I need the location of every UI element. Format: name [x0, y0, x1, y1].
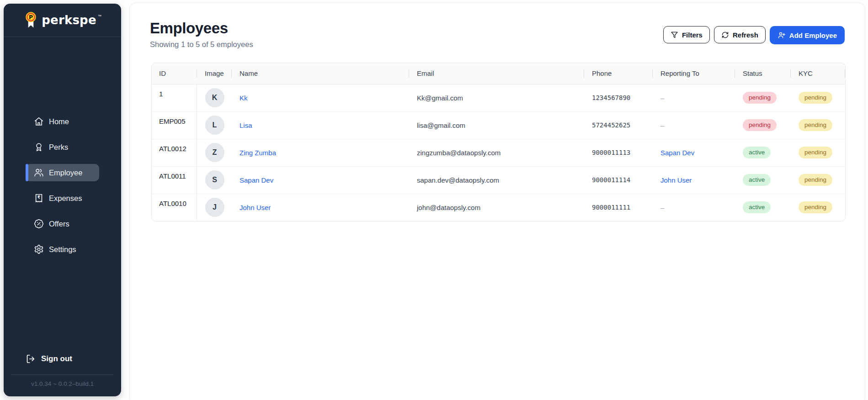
sidebar-item-home[interactable]: Home [26, 113, 99, 130]
table-row[interactable]: 1 K Kk Kk@gmail.com 1234567890 – pending… [152, 84, 845, 111]
sidebar-item-offers[interactable]: Offers [26, 215, 99, 232]
status-badge: active [743, 201, 771, 213]
column-header-status: Status [735, 63, 790, 84]
nav-item-label: Home [49, 117, 69, 126]
page-title: Employees [150, 20, 253, 37]
home-icon [34, 116, 44, 126]
table-header-row: IDImageNameEmailPhoneReporting ToStatusK… [152, 63, 845, 84]
employee-email: Kk@gmail.com [409, 84, 584, 111]
employee-id: ATL0012 [152, 139, 197, 166]
refresh-button[interactable]: Refresh [714, 26, 766, 43]
medal-icon [34, 142, 44, 152]
employee-avatar: L [205, 116, 224, 135]
employee-phone: 9000011111 [584, 194, 652, 221]
sign-out-label: Sign out [41, 354, 72, 363]
nav-item-label: Expenses [49, 194, 82, 203]
employee-email: lisa@gmail.com [409, 111, 584, 139]
sidebar-item-expenses[interactable]: Expenses [26, 189, 99, 207]
kyc-badge: pending [799, 92, 832, 104]
nav-item-label: Offers [49, 220, 69, 228]
table-row[interactable]: ATL0012 Z Zing Zumba zingzumba@dataopsly… [152, 139, 845, 166]
nav-item-label: Settings [49, 245, 76, 254]
logo: P perkspe ™ [4, 4, 121, 37]
status-badge: pending [743, 119, 777, 131]
user-plus-icon [777, 31, 786, 39]
employee-email: zingzumba@dataopsly.com [409, 139, 584, 166]
employee-phone: 5724452625 [584, 111, 652, 139]
reporting-to-empty: – [660, 94, 664, 102]
column-header-phone: Phone [584, 63, 652, 84]
column-header-email: Email [409, 63, 584, 84]
kyc-badge: pending [799, 119, 832, 131]
employee-avatar: Z [205, 143, 224, 162]
main-content: Employees Showing 1 to 5 of 5 employees … [129, 3, 865, 400]
filter-icon [671, 31, 678, 39]
kyc-badge: pending [799, 201, 832, 213]
kyc-badge: pending [799, 147, 832, 158]
employee-name-link[interactable]: Sapan Dev [240, 176, 273, 184]
nav-item-label: Employee [49, 168, 82, 177]
discount-badge-icon [34, 219, 44, 229]
employee-id: ATL0011 [152, 166, 197, 194]
employee-avatar: J [205, 198, 224, 217]
logo-trademark: ™ [98, 14, 101, 18]
results-count: Showing 1 to 5 of 5 employees [150, 40, 253, 49]
column-header-name: Name [231, 63, 409, 84]
filters-label: Filters [682, 31, 703, 39]
sidebar: P perkspe ™ Home Perks Employee Expenses… [4, 4, 121, 396]
employee-name-link[interactable]: Zing Zumba [240, 149, 276, 157]
refresh-icon [721, 31, 729, 39]
status-badge: active [743, 174, 771, 186]
employee-name-link[interactable]: Lisa [240, 121, 252, 129]
gear-icon [34, 244, 44, 254]
version-text: v1.0.34 ~ 0.0.2–build.1 [4, 375, 121, 396]
status-badge: active [743, 147, 771, 158]
reporting-to-link[interactable]: Sapan Dev [660, 149, 694, 157]
employee-name-link[interactable]: John User [240, 204, 271, 211]
employee-name-link[interactable]: Kk [240, 94, 248, 102]
column-header-id: ID [152, 63, 197, 84]
reporting-to-cell: Sapan Dev [652, 139, 735, 166]
employee-phone: 9000011113 [584, 139, 652, 166]
column-header-reporting-to: Reporting To [652, 63, 735, 84]
employee-phone: 1234567890 [584, 84, 652, 111]
employees-table: IDImageNameEmailPhoneReporting ToStatusK… [151, 63, 846, 221]
sidebar-item-perks[interactable]: Perks [26, 138, 99, 156]
reporting-to-cell: – [652, 194, 735, 221]
logo-text: perkspe [42, 13, 96, 27]
svg-text:P: P [29, 14, 33, 21]
employee-phone: 9000011114 [584, 166, 652, 194]
table-row[interactable]: EMP005 L Lisa lisa@gmail.com 5724452625 … [152, 111, 845, 139]
column-header-image: Image [197, 63, 231, 84]
employee-id: 1 [152, 84, 197, 111]
sidebar-item-employee[interactable]: Employee [26, 164, 99, 181]
users-icon [34, 168, 44, 178]
employee-avatar: K [205, 88, 224, 107]
sidebar-item-settings[interactable]: Settings [26, 241, 99, 258]
nav-item-label: Perks [49, 143, 68, 152]
table-row[interactable]: ATL0011 S Sapan Dev sapan.dev@dataopsly.… [152, 166, 845, 194]
sign-out-button[interactable]: Sign out [26, 350, 99, 368]
filters-button[interactable]: Filters [663, 26, 710, 43]
reporting-to-cell: – [652, 84, 735, 111]
reporting-to-cell: John User [652, 166, 735, 194]
reporting-to-link[interactable]: John User [660, 176, 692, 184]
sidebar-nav: Home Perks Employee Expenses Offers Sett… [4, 113, 121, 266]
reporting-to-empty: – [660, 204, 664, 211]
sign-out-icon [26, 354, 36, 364]
employee-id: ATL0010 [152, 194, 197, 221]
employee-email: sapan.dev@dataopsly.com [409, 166, 584, 194]
employee-id: EMP005 [152, 111, 197, 139]
reporting-to-cell: – [652, 111, 735, 139]
refresh-label: Refresh [733, 31, 758, 39]
add-employee-label: Add Employee [789, 32, 837, 39]
employee-email: john@dataopsly.com [409, 194, 584, 221]
table-row[interactable]: ATL0010 J John User john@dataopsly.com 9… [152, 194, 845, 221]
reporting-to-empty: – [660, 121, 664, 129]
perkspe-medal-icon: P [23, 11, 38, 29]
employee-avatar: S [205, 170, 224, 189]
add-employee-button[interactable]: Add Employee [770, 26, 845, 44]
column-header-kyc: KYC [790, 63, 845, 84]
receipt-rupee-icon [34, 193, 44, 203]
status-badge: pending [743, 92, 777, 104]
